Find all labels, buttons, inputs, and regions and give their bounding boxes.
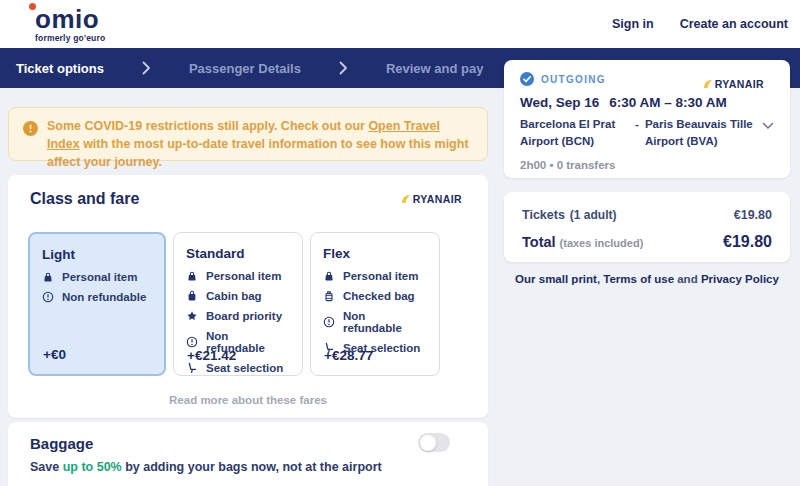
fare-price: +€0 xyxy=(43,347,66,362)
fare-price: +€21.42 xyxy=(187,348,236,363)
ryanair-wordmark: RYANAIR xyxy=(413,193,462,205)
fare-name: Light xyxy=(42,247,152,262)
route-separator: - xyxy=(635,116,639,149)
baggage-save-after: by adding your bags now, not at the airp… xyxy=(122,460,382,474)
fare-feature: Non refundable xyxy=(42,291,152,303)
omio-tagline: formerly go'euro xyxy=(35,33,105,43)
fare-feature-label: Checked bag xyxy=(343,290,415,302)
fare-feature-label: Personal item xyxy=(206,270,281,282)
fare-feature-label: Personal item xyxy=(62,271,137,283)
terms-of-use-link[interactable]: Terms of use xyxy=(603,273,674,285)
fare-feature-label: Non refundable xyxy=(343,310,427,334)
trip-carrier-row: RYANAIR 2h00 • 0 transfers xyxy=(520,159,774,171)
outgoing-label: OUTGOING xyxy=(541,74,606,85)
omio-wordmark: omio xyxy=(35,6,105,32)
trip-summary-card: OUTGOING Wed, Sep 166:30 AM – 8:30 AM Ba… xyxy=(504,60,790,178)
fare-name: Flex xyxy=(323,246,427,261)
tickets-label: Tickets xyxy=(522,208,565,222)
covid-text-after: with the most up-to-date travel informat… xyxy=(47,137,469,169)
fare-options-row: Light Personal item Non refundable +€0 S… xyxy=(28,232,440,376)
ryanair-logo: RYANAIR xyxy=(703,78,764,90)
arrival-airport: Paris Beauvais Tille Airport (BVA) xyxy=(645,116,754,149)
total-qualifier: (taxes included) xyxy=(560,237,644,249)
fare-feature: Personal item xyxy=(323,270,427,282)
legal-and: and xyxy=(674,273,701,285)
trip-datetime: Wed, Sep 166:30 AM – 8:30 AM xyxy=(520,95,774,110)
covid-warning-text: Some COVID-19 restrictions still apply. … xyxy=(47,118,473,171)
omio-logo[interactable]: omio formerly go'euro xyxy=(35,6,105,43)
top-header: omio formerly go'euro Sign in Create an … xyxy=(0,0,800,48)
personal-item-icon xyxy=(323,270,335,282)
baggage-title: Baggage xyxy=(30,435,93,452)
board-priority-icon xyxy=(186,310,198,322)
tickets-qualifier: (1 adult) xyxy=(570,208,617,222)
fare-card-standard[interactable]: Standard Personal item Cabin bag Board p… xyxy=(173,232,303,376)
checked-bag-icon xyxy=(323,290,335,302)
chevron-down-icon[interactable] xyxy=(762,118,774,149)
departure-airport: Barcelona El Prat Airport (BCN) xyxy=(520,116,629,149)
baggage-toggle[interactable] xyxy=(418,433,450,452)
non-refundable-icon xyxy=(323,316,335,328)
ryanair-wordmark: RYANAIR xyxy=(715,78,764,90)
baggage-save-text: Save up to 50% by adding your bags now, … xyxy=(30,460,382,474)
tickets-row: Tickets(1 adult) €19.80 xyxy=(522,205,772,223)
fare-name: Standard xyxy=(186,246,290,261)
trip-date: Wed, Sep 16 xyxy=(520,95,599,110)
privacy-policy-link[interactable]: Privacy Policy xyxy=(701,273,779,285)
legal-links: Our small print, Terms of use and Privac… xyxy=(504,273,790,285)
check-circle-icon xyxy=(520,72,534,86)
ryanair-harp-icon xyxy=(703,79,713,89)
ryanair-logo: RYANAIR xyxy=(401,193,462,205)
seat-selection-icon xyxy=(186,362,198,374)
fare-feature: Checked bag xyxy=(323,290,427,302)
read-more-fares-link[interactable]: Read more about these fares xyxy=(8,394,488,406)
step-ticket-options[interactable]: Ticket options xyxy=(16,61,104,76)
fare-feature-label: Personal item xyxy=(343,270,418,282)
chevron-right-icon xyxy=(142,61,151,75)
personal-item-icon xyxy=(186,270,198,282)
baggage-toggle-knob xyxy=(420,435,436,451)
cabin-bag-icon xyxy=(186,290,198,302)
chevron-right-icon xyxy=(339,61,348,75)
fare-feature: Board priority xyxy=(186,310,290,322)
fare-feature-label: Cabin bag xyxy=(206,290,262,302)
small-print-link[interactable]: Our small print xyxy=(515,273,597,285)
class-and-fare-title: Class and fare xyxy=(30,190,139,208)
ryanair-harp-icon xyxy=(401,194,411,204)
total-row: Total(taxes included) €19.80 xyxy=(522,233,772,251)
tickets-price: €19.80 xyxy=(734,208,772,222)
fare-feature-label: Board priority xyxy=(206,310,282,322)
omio-logo-dot-icon xyxy=(29,3,36,10)
total-price: €19.80 xyxy=(723,233,772,251)
fare-feature-label: Seat selection xyxy=(206,362,283,374)
fare-feature-label: Non refundable xyxy=(62,291,146,303)
personal-item-icon xyxy=(42,271,54,283)
baggage-card: Baggage Save up to 50% by adding your ba… xyxy=(8,422,488,486)
fare-price: +€28.77 xyxy=(324,348,373,363)
fare-feature: Cabin bag xyxy=(186,290,290,302)
sign-in-link[interactable]: Sign in xyxy=(612,17,654,31)
warning-icon xyxy=(23,121,38,140)
fare-feature: Personal item xyxy=(186,270,290,282)
fare-feature: Seat selection xyxy=(186,362,290,374)
trip-time: 6:30 AM – 8:30 AM xyxy=(609,95,727,110)
trip-route: Barcelona El Prat Airport (BCN) - Paris … xyxy=(520,116,774,149)
total-label: Total xyxy=(522,234,556,250)
header-account-links: Sign in Create an account xyxy=(612,0,788,48)
fare-feature: Personal item xyxy=(42,271,152,283)
step-passenger-details[interactable]: Passenger Details xyxy=(189,61,301,76)
covid-warning-banner: Some COVID-19 restrictions still apply. … xyxy=(8,107,488,161)
baggage-save-before: Save xyxy=(30,460,63,474)
covid-text-before: Some COVID-19 restrictions still apply. … xyxy=(47,119,368,133)
non-refundable-icon xyxy=(186,336,198,348)
non-refundable-icon xyxy=(42,291,54,303)
omio-checkout-page: omio formerly go'euro Sign in Create an … xyxy=(0,0,800,486)
fare-card-light[interactable]: Light Personal item Non refundable +€0 xyxy=(28,232,166,376)
price-summary-card: Tickets(1 adult) €19.80 Total(taxes incl… xyxy=(504,192,790,262)
fare-card-flex[interactable]: Flex Personal item Checked bag Non refun… xyxy=(310,232,440,376)
trip-duration: 2h00 • 0 transfers xyxy=(520,159,615,171)
fare-feature: Non refundable xyxy=(323,310,427,334)
create-account-link[interactable]: Create an account xyxy=(680,17,788,31)
baggage-save-highlight: up to 50% xyxy=(63,460,122,474)
step-review-and-pay[interactable]: Review and pay xyxy=(386,61,484,76)
